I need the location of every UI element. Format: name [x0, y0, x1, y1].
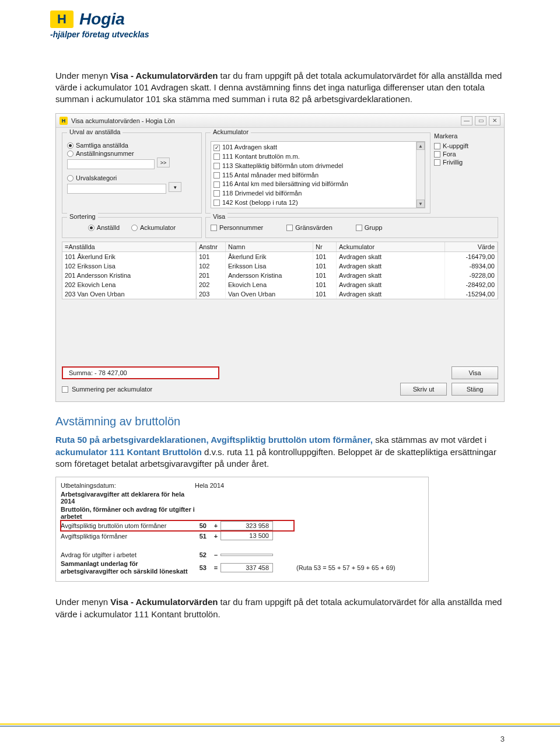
grid-left: =Anställda 101 Åkerlund Erik 102 Eriksso… — [62, 242, 197, 299]
panel-arbetsgivaravgifter: Utbetalningsdatum:Hela 2014 Arbetsgivara… — [55, 477, 429, 582]
section-paragraph: Ruta 50 på arbetsgivardeklarationen, Avg… — [55, 434, 505, 470]
logo-text: Hogia — [79, 11, 125, 27]
list-item[interactable]: 202 Ekovich Lena — [62, 280, 196, 289]
check-summering[interactable] — [62, 386, 68, 393]
opt-anstnr[interactable]: Anställningsnummer — [67, 149, 197, 158]
ack-item[interactable]: 118 Drivmedel vid bilförmån — [214, 189, 414, 198]
scrollbar[interactable]: ▲ ▼ — [416, 142, 425, 208]
result-grid[interactable]: =Anställda 101 Åkerlund Erik 102 Eriksso… — [62, 242, 498, 299]
ack-item[interactable]: 113 Skattepliktig bilförmån utom drivmed… — [214, 162, 414, 171]
table-row[interactable]: 102Eriksson Lisa101Avdragen skatt-8934,0… — [197, 261, 498, 271]
visa-button[interactable]: Visa — [452, 366, 498, 379]
ack-item[interactable]: 101 Avdragen skatt — [214, 143, 414, 152]
group-sortering: Sortering Anställd Ackumulator — [62, 217, 202, 238]
stang-button[interactable]: Stäng — [452, 383, 498, 396]
op-plus: + — [211, 533, 220, 540]
input-anstnr[interactable] — [67, 159, 155, 169]
label-sammanlagt: Sammanlagt underlag för arbetsgivaravgif… — [61, 560, 195, 575]
maximize-button[interactable]: ▭ — [475, 116, 487, 125]
table-row[interactable]: 101Åkerlund Erik101Avdragen skatt-16479,… — [197, 252, 498, 261]
sort-ackumulator[interactable]: Ackumulator — [131, 223, 176, 232]
label-avdrag: Avdrag för utgifter i arbetet — [61, 551, 195, 558]
check-gransvarden[interactable]: Gränsvärden — [286, 223, 332, 232]
ack-list[interactable]: 101 Avdragen skatt 111 Kontant bruttolön… — [211, 141, 425, 208]
logo: H Hogia — [50, 11, 560, 28]
check-frivillig[interactable]: Frivillig — [434, 158, 498, 166]
label-formaner: Avgiftspliktiga förmåner — [61, 533, 195, 540]
footer-rule — [0, 723, 560, 725]
op-minus: – — [211, 551, 220, 558]
col-anstnr: Anstnr — [197, 242, 226, 251]
group-ack-title: Ackumulator — [211, 128, 251, 135]
outro-paragraph: Under menyn Visa - Ackumulatorvärden tar… — [55, 596, 505, 620]
brand-header: H Hogia — [0, 0, 560, 28]
col-nr: Nr — [313, 242, 337, 251]
dialog-titlebar[interactable]: H Visa ackumulatorvärden - Hogia Lön — ▭… — [56, 114, 504, 128]
opt-kategori[interactable]: Urvalskategori — [67, 174, 197, 182]
ruta-53: 53 — [195, 564, 211, 571]
sort-title: Sortering — [67, 213, 98, 220]
ruta-50: 50 — [195, 522, 211, 529]
ack-item[interactable]: 142 Kost (belopp i ruta 12) — [214, 198, 414, 208]
op-eq: = — [211, 564, 220, 571]
logo-mark: H — [50, 11, 74, 28]
label-summering: Summering per ackumulator — [72, 386, 152, 393]
ruta-51: 51 — [195, 533, 211, 540]
dialog-title: Visa ackumulatorvärden - Hogia Lön — [71, 117, 175, 124]
table-row[interactable]: 203Van Oven Urban101Avdragen skatt-15294… — [197, 289, 498, 299]
opt-samtliga[interactable]: Samtliga anställda — [67, 141, 197, 149]
group-visa: Visa Personnummer Gränsvärden Grupp — [205, 217, 498, 238]
label-bruttolon: Bruttolön, förmåner och avdrag för utgif… — [61, 506, 195, 520]
minimize-button[interactable]: — — [461, 116, 473, 125]
intro-paragraph: Under menyn Visa - Ackumulatorvärden tar… — [55, 70, 505, 106]
col-namn: Namn — [226, 242, 313, 251]
group-urval: Urval av anställda Samtliga anställda An… — [62, 132, 202, 214]
scroll-down-icon[interactable]: ▼ — [416, 200, 425, 208]
label-arbetsgivar: Arbetsgivaravgifter att deklarera för he… — [61, 491, 195, 505]
markera-label: Markera — [434, 132, 498, 139]
summa-box: Summa: - 78 427,00 — [62, 366, 219, 379]
check-grupp[interactable]: Grupp — [356, 223, 383, 232]
skrivut-button[interactable]: Skriv ut — [400, 383, 447, 396]
page-number: 3 — [501, 735, 505, 743]
col-anstallda: =Anställda — [62, 242, 196, 251]
check-fora[interactable]: Fora — [434, 150, 498, 158]
sort-anstalld[interactable]: Anställd — [88, 223, 120, 232]
col-ack: Ackumulator — [337, 242, 445, 251]
visa-title: Visa — [211, 213, 228, 220]
dialog-app-icon: H — [60, 117, 68, 125]
ack-item[interactable]: 116 Antal km med bilersättning vid bilfö… — [214, 180, 414, 189]
select-kategori[interactable] — [67, 184, 166, 194]
list-item[interactable]: 201 Andersson Kristina — [62, 271, 196, 280]
group-urval-title: Urval av anställda — [67, 128, 123, 135]
check-personnr[interactable]: Personnummer — [211, 223, 263, 232]
section-heading: Avstämning av bruttolön — [55, 415, 505, 428]
grid-right: Anstnr Namn Nr Ackumulator Värde 101Åker… — [197, 242, 498, 299]
col-varde: Värde — [445, 242, 498, 251]
close-button[interactable]: ✕ — [489, 116, 501, 125]
ack-item[interactable]: 111 Kontant bruttolön m.m. — [214, 152, 414, 162]
check-kuppgift[interactable]: K-uppgift — [434, 142, 498, 150]
label-avgiftspl: Avgiftspliktig bruttolön utom förmåner — [61, 522, 195, 529]
ack-item[interactable]: 115 Antal månader med bilförmån — [214, 171, 414, 180]
dropdown-icon[interactable]: ▾ — [169, 182, 181, 192]
label-utbetdatum: Utbetalningsdatum: — [61, 482, 195, 489]
op-plus: + — [211, 522, 220, 529]
value-50: 323 958 — [220, 521, 273, 530]
ack-item[interactable]: 145 Parkering (belopp i ruta 12) — [214, 208, 414, 209]
scroll-up-icon[interactable]: ▲ — [416, 142, 425, 150]
list-item[interactable]: 101 Åkerlund Erik — [62, 252, 196, 261]
table-row[interactable]: 202Ekovich Lena101Avdragen skatt-28492,0… — [197, 280, 498, 289]
ruta-52: 52 — [195, 551, 211, 558]
group-markera: Markera K-uppgift Fora Frivillig — [434, 132, 498, 214]
list-item[interactable]: 102 Eriksson Lisa — [62, 261, 196, 271]
formula-note: (Ruta 53 = 55 + 57 + 59 + 65 + 69) — [296, 564, 396, 571]
list-item[interactable]: 203 Van Oven Urban — [62, 289, 196, 299]
table-row[interactable]: 201Andersson Kristina101Avdragen skatt-9… — [197, 271, 498, 280]
group-ackumulator: Ackumulator 101 Avdragen skatt 111 Konta… — [205, 132, 430, 214]
stepper-button[interactable]: >> — [157, 158, 170, 167]
value-51: 13 500 — [220, 532, 273, 540]
value-53: 337 458 — [220, 563, 273, 572]
value-utbetdatum: Hela 2014 — [195, 482, 224, 489]
logo-tagline: -hjälper företag utvecklas — [50, 29, 560, 41]
